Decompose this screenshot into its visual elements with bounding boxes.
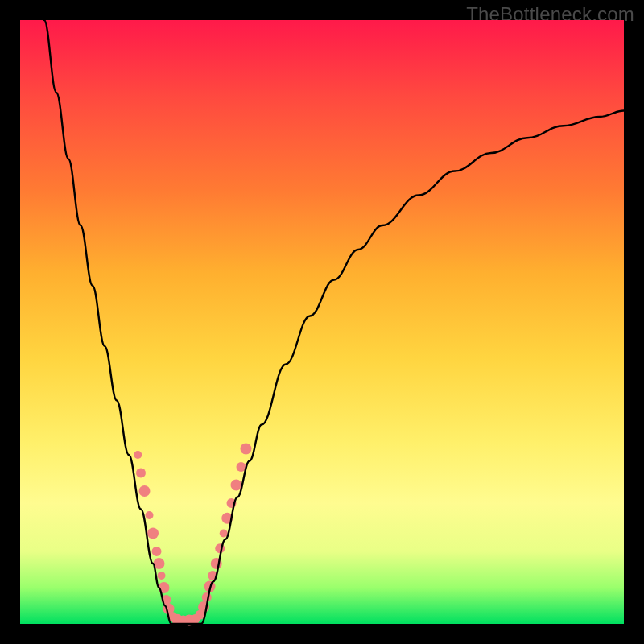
highlight-marker bbox=[231, 480, 242, 491]
highlight-marker bbox=[146, 511, 154, 519]
curve-right-branch bbox=[201, 111, 624, 625]
highlight-marker bbox=[152, 547, 162, 556]
highlight-marker bbox=[241, 444, 252, 455]
highlight-marker bbox=[147, 528, 159, 539]
highlight-marker bbox=[139, 485, 151, 497]
curve-layer bbox=[20, 20, 624, 624]
highlight-marker bbox=[158, 572, 166, 580]
highlight-marker bbox=[220, 530, 228, 538]
marker-group bbox=[134, 444, 251, 626]
highlight-marker bbox=[136, 469, 146, 478]
highlight-marker bbox=[134, 451, 142, 459]
plot-area bbox=[20, 20, 624, 624]
chart-frame: TheBottleneck.com bbox=[0, 0, 644, 644]
